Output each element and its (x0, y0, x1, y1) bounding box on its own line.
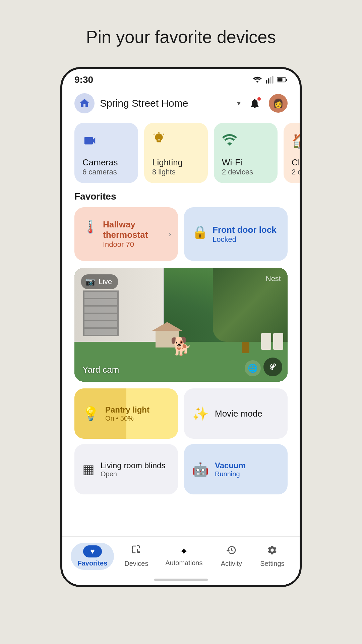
svg-rect-6 (278, 78, 283, 82)
app-header: Spring Street Home ▾ 👩 (62, 88, 300, 120)
movie-mode-card[interactable]: ✨ Movie mode (184, 388, 288, 439)
category-card-wifi[interactable]: Wi-Fi 2 devices (214, 123, 278, 183)
camera-label: Yard cam (82, 365, 119, 375)
blinds-card[interactable]: ▦ Living room blinds Open (74, 444, 178, 494)
category-card-lighting[interactable]: Lighting 8 lights (144, 123, 208, 183)
nav-item-devices[interactable]: Devices (118, 542, 155, 570)
mute-icon (268, 362, 278, 372)
pantry-status: On • 50% (105, 415, 149, 422)
live-text: Live (99, 277, 112, 286)
nav-item-settings[interactable]: Settings (253, 542, 291, 570)
thermostat-card[interactable]: 🌡️ Hallway thermostat Indoor 70 › (74, 207, 178, 261)
svg-rect-2 (270, 77, 271, 84)
category-card-extra[interactable]: 🏠 Climate 2 devices (284, 123, 300, 183)
notification-dot (257, 97, 261, 101)
thermostat-icon: 🌡️ (82, 219, 98, 234)
phone-frame: 9:30 (60, 67, 302, 587)
favorites-row-2: 💡 Pantry light On • 50% ✨ Movie mode (62, 388, 300, 444)
nav-item-activity[interactable]: Activity (213, 542, 250, 570)
pantry-name: Pantry light (105, 405, 149, 415)
lock-card[interactable]: 🔒 Front door lock Locked (184, 207, 288, 261)
camera-globe-icon[interactable]: 🌐 (245, 360, 261, 376)
lock-status: Locked (213, 235, 280, 244)
status-bar: 9:30 (62, 69, 300, 88)
bottom-nav: ♥ Favorites Devices ✦ Automations Activi… (62, 536, 300, 574)
wifi-label: Wi-Fi (222, 157, 269, 168)
cam-dog: 🐕 (170, 336, 192, 357)
wifi-sub: 2 devices (222, 168, 269, 176)
nav-item-favorites[interactable]: ♥ Favorites (71, 543, 114, 570)
home-name[interactable]: Spring Street Home (100, 98, 230, 109)
vacuum-card[interactable]: 🤖 Vacuum Running (184, 444, 288, 494)
app-content: Spring Street Home ▾ 👩 Cameras (62, 88, 300, 536)
extra-sub: 2 devices (292, 168, 300, 176)
cameras-sub: 6 cameras (82, 168, 130, 176)
extra-label: Climate (292, 157, 300, 168)
svg-line-8 (154, 134, 155, 135)
devices-nav-icon (131, 545, 142, 558)
chevron-down-icon[interactable]: ▾ (237, 99, 241, 108)
wifi-category-icon (222, 132, 269, 149)
lock-icon: 🔒 (192, 225, 208, 239)
blinds-status: Open (101, 470, 165, 478)
lock-name: Front door lock (213, 225, 280, 235)
status-time: 9:30 (74, 74, 93, 85)
favorites-nav-icon: ♥ (83, 545, 102, 557)
camera-feed[interactable]: 🐕 📷 Live Nest Yard cam 🌐 (74, 268, 288, 382)
settings-nav-label: Settings (260, 560, 284, 568)
nav-item-automations[interactable]: ✦ Automations (159, 543, 209, 570)
home-indicator (62, 574, 300, 585)
home-icon (78, 97, 90, 109)
notifications-button[interactable] (246, 95, 263, 112)
favorites-row-1: 🌡️ Hallway thermostat Indoor 70 › 🔒 Fron… (62, 207, 300, 268)
devices-nav-label: Devices (124, 560, 148, 568)
camera-icon: 📷 (85, 277, 95, 286)
camera-mute-button[interactable] (263, 358, 282, 376)
svg-rect-5 (286, 79, 287, 81)
lighting-sub: 8 lights (152, 168, 200, 176)
svg-rect-1 (268, 78, 269, 84)
lighting-label: Lighting (152, 157, 200, 168)
blinds-icon: ▦ (82, 462, 95, 477)
category-card-cameras[interactable]: Cameras 6 cameras (74, 123, 138, 183)
settings-nav-icon (267, 545, 278, 558)
home-icon-wrapper (74, 93, 95, 113)
activity-nav-label: Activity (221, 560, 242, 568)
automations-nav-icon: ✦ (180, 545, 188, 557)
favorites-nav-label: Favorites (77, 559, 107, 567)
thermostat-chevron-icon: › (169, 229, 171, 239)
user-avatar[interactable]: 👩 (269, 94, 288, 113)
thermostat-name: Hallway thermostat (103, 219, 170, 240)
nest-badge: Nest (266, 274, 281, 283)
page-title: Pin your favorite devices (86, 27, 276, 47)
battery-icon (277, 77, 288, 83)
extra-icon: 🏠 (292, 132, 300, 150)
favorites-section-title: Favorites (62, 191, 300, 207)
categories-row: Cameras 6 cameras Lighting 8 lights (62, 120, 300, 191)
thermostat-status: Indoor 70 (103, 240, 170, 249)
favorites-row-3: ▦ Living room blinds Open 🤖 Vacuum Runni… (62, 444, 300, 500)
svg-rect-3 (272, 76, 273, 84)
vacuum-status: Running (215, 470, 246, 478)
pantry-light-icon: 💡 (82, 406, 99, 422)
pantry-card[interactable]: 💡 Pantry light On • 50% (74, 388, 178, 439)
automations-nav-label: Automations (165, 559, 202, 567)
cameras-label: Cameras (82, 157, 130, 168)
home-indicator-bar (154, 579, 208, 581)
svg-rect-0 (266, 80, 267, 84)
signal-icon (265, 76, 274, 84)
cameras-icon (82, 132, 130, 149)
status-icons (253, 76, 288, 84)
blinds-name: Living room blinds (101, 461, 165, 470)
wifi-icon (253, 76, 262, 84)
activity-nav-icon (226, 545, 237, 558)
sparkles-icon: ✨ (192, 406, 209, 422)
lighting-icon (152, 132, 200, 150)
vacuum-name: Vacuum (215, 461, 246, 470)
vacuum-icon: 🤖 (192, 462, 209, 477)
movie-mode-label: Movie mode (215, 409, 262, 419)
svg-line-9 (163, 134, 164, 135)
live-badge: 📷 Live (81, 274, 118, 289)
